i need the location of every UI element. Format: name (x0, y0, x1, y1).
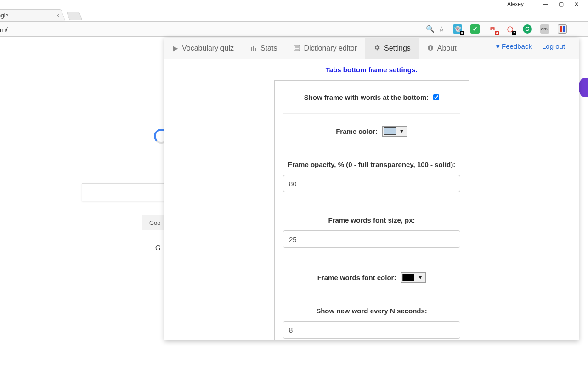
tab-label: Vocabulary quiz (182, 44, 234, 52)
logout-link[interactable]: Log out (542, 42, 565, 50)
svg-rect-1 (563, 26, 565, 32)
setting-label: Frame words font size, px: (328, 216, 415, 224)
setting-opacity: Frame opacity, % (0 - full transparency,… (283, 161, 460, 204)
chrome-user-label[interactable]: Alexey (507, 1, 524, 7)
tab-about[interactable]: About (419, 38, 465, 59)
color-swatch (402, 274, 414, 281)
setting-show-frame: Show frame with words at the bottom: (283, 93, 460, 114)
tab-label: Dictionary editor (304, 44, 357, 52)
setting-label: Show new word every N seconds: (316, 307, 427, 315)
extension-grammarly-icon[interactable]: G (523, 24, 532, 34)
setting-label: Show frame with words at the bottom: (304, 93, 429, 101)
extension-gmail-icon[interactable]: ✉4 (488, 24, 497, 34)
panel-links: ♥Feedback Log out (496, 42, 573, 50)
svg-rect-3 (253, 46, 254, 51)
setting-label: Frame opacity, % (0 - full transparency,… (288, 161, 456, 168)
interval-input[interactable] (283, 321, 460, 339)
chevron-down-icon: ▼ (415, 275, 425, 280)
browser-tab[interactable]: Google × (0, 9, 66, 21)
extension-opera-icon[interactable]: ◯2 (505, 24, 514, 34)
browser-tabstrip: Google × (0, 8, 588, 21)
svg-rect-10 (430, 47, 431, 50)
tab-dictionary-editor[interactable]: Dictionary editor (285, 38, 365, 59)
tab-label: About (437, 44, 457, 52)
window-close-button[interactable]: ✕ (569, 0, 584, 8)
info-icon (427, 45, 434, 52)
panel-tabs: ▶ Vocabulary quiz Stats Dictionary edito… (164, 38, 579, 59)
svg-rect-0 (560, 26, 562, 32)
svg-rect-2 (251, 47, 252, 51)
heart-icon: ♥ (496, 42, 500, 50)
google-offered-text: G (155, 244, 161, 252)
setting-interval: Show new word every N seconds: (283, 307, 460, 339)
list-icon (294, 45, 300, 52)
avatar (579, 78, 588, 97)
address-icons: 🔍 ☆ 👻0 ✔ ✉4 ◯2 G CRX (426, 24, 567, 34)
zoom-icon[interactable]: 🔍 (426, 25, 435, 33)
extension-dictionary-icon[interactable] (558, 24, 567, 34)
google-search-input[interactable] (82, 183, 164, 201)
address-bar: m/ 🔍 ☆ 👻0 ✔ ✉4 ◯2 G CRX ⋮ (0, 21, 588, 37)
show-frame-checkbox[interactable] (433, 94, 439, 100)
play-icon: ▶ (173, 44, 178, 52)
window-maximize-button[interactable]: ▢ (553, 0, 569, 8)
tab-settings[interactable]: Settings (365, 38, 419, 59)
svg-point-11 (430, 46, 431, 47)
chevron-down-icon: ▼ (397, 128, 407, 134)
window-minimize-button[interactable]: — (537, 0, 553, 8)
settings-box: Show frame with words at the bottom: Fra… (274, 80, 469, 340)
setting-font-size: Frame words font size, px: (283, 216, 460, 260)
chrome-menu-icon[interactable]: ⋮ (567, 25, 584, 34)
browser-tab-title: Google (0, 12, 8, 19)
frame-color-picker[interactable]: ▼ (382, 126, 407, 137)
google-search-button[interactable]: Goo (142, 215, 168, 230)
extension-crx-icon[interactable]: CRX (540, 24, 549, 34)
tab-stats[interactable]: Stats (242, 38, 285, 59)
svg-rect-4 (255, 48, 256, 51)
setting-label: Frame color: (336, 127, 378, 135)
setting-frame-color: Frame color: ▼ (283, 126, 460, 149)
tab-label: Settings (384, 44, 411, 52)
setting-font-color: Frame words font color: ▼ (283, 272, 460, 295)
settings-scroll-area[interactable]: Tabs bottom frame settings: Show frame w… (164, 59, 579, 340)
gear-icon (373, 44, 380, 52)
window-titlebar: Alexey — ▢ ✕ (0, 0, 588, 8)
tab-vocabulary-quiz[interactable]: ▶ Vocabulary quiz (164, 38, 242, 59)
feedback-link[interactable]: ♥Feedback (496, 42, 532, 50)
opacity-input[interactable] (283, 175, 460, 192)
color-swatch (384, 127, 396, 135)
extension-panel: ▶ Vocabulary quiz Stats Dictionary edito… (164, 38, 579, 340)
extension-ghostery-icon[interactable]: 👻0 (453, 24, 462, 34)
tab-label: Stats (260, 44, 277, 52)
bookmark-star-icon[interactable]: ☆ (438, 25, 445, 34)
url-field[interactable]: m/ (0, 25, 426, 34)
extension-check-icon[interactable]: ✔ (470, 24, 480, 34)
new-tab-button[interactable] (67, 12, 83, 20)
font-color-picker[interactable]: ▼ (401, 272, 426, 283)
section-title: Tabs bottom frame settings: (164, 66, 579, 74)
setting-label: Frame words font color: (317, 274, 396, 282)
font-size-input[interactable] (283, 230, 460, 248)
bar-chart-icon (250, 45, 257, 52)
close-tab-icon[interactable]: × (56, 12, 59, 19)
